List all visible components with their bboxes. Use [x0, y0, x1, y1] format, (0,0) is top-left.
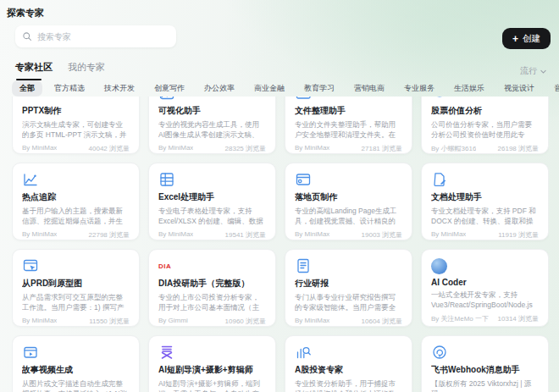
video-icon: [22, 344, 130, 361]
folder-icon: [295, 97, 402, 102]
sort-label: 流行: [520, 65, 537, 77]
expert-card-title: 文件整理助手: [295, 105, 402, 117]
expert-card-footer: By MiniMax 10604 浏览量: [295, 317, 402, 326]
expert-card[interactable]: 股票价值分析 公司价值分析专家，当用户需要分析公司投资价值时使用此专家，请直接.…: [421, 97, 549, 154]
expert-card-author: By MiniMax: [431, 230, 466, 240]
category-chip[interactable]: 营销电商: [346, 80, 392, 97]
expert-card-title: 故事视频生成: [22, 364, 130, 376]
sort-dropdown[interactable]: 流行: [520, 65, 547, 77]
expert-card-description: 专业文档处理专家，支持 PDF 和 DOCX 的创建、转换、提取和操作...: [431, 206, 539, 226]
expert-card-author: By 小螺帽3616: [431, 144, 476, 153]
expert-card-views: 27181 浏览量: [362, 144, 402, 153]
expert-card-footer: By MiniMax 28325 浏览量: [158, 144, 266, 153]
category-chip[interactable]: 全部: [12, 80, 42, 97]
expert-card-views: 28325 浏览量: [225, 144, 266, 153]
expert-card-author: By MiniMax: [295, 317, 329, 326]
expert-card-description: AI短剧导演+摄影+剪辑师，端到端，无需人工参与，全自动生产力，输...: [158, 378, 266, 392]
expert-card-views: 10960 浏览量: [225, 317, 266, 326]
expert-card-author: By 关注MeMo 一下: [431, 314, 489, 323]
category-chip[interactable]: 音视频: [546, 80, 559, 97]
expert-card-views: 11919 浏览量: [498, 230, 539, 240]
capsule-icon: [431, 97, 539, 102]
expert-card[interactable]: 行业研报 专门从事专业行业研究报告撰写的专家级智能体。当用户需要全面的市场...…: [285, 249, 412, 327]
tab-my-experts[interactable]: 我的专家: [68, 61, 105, 80]
doc-edit-icon: [431, 171, 539, 188]
expert-card-author: By MiniMax: [22, 144, 57, 153]
expert-card[interactable]: AI短剧导演+摄影+剪辑师 AI短剧导演+摄影+剪辑师，端到端，无需人工参与，全…: [148, 335, 276, 392]
expert-card-footer: By MiniMax 11919 浏览量: [431, 230, 539, 240]
expert-card-description: 【版权所有 2025 Viktorxhzj | 源码：https://githu…: [431, 378, 539, 392]
expert-card-views: 10314 浏览量: [498, 314, 539, 323]
dia-icon: DIA: [158, 257, 266, 274]
search-input[interactable]: [37, 32, 169, 41]
expert-card-footer: By Gimmi 10960 浏览量: [158, 317, 266, 326]
expert-card-title: Excel处理助手: [158, 191, 266, 203]
trend-icon: [22, 171, 130, 188]
expert-card-title: AI短剧导演+摄影+剪辑师: [158, 364, 266, 376]
expert-card[interactable]: 故事视频生成 从图片或文字描述自动生成完整视频故事，支持灵活输入（1-N张图片/…: [12, 335, 140, 392]
expert-grid: PPT PPTX制作 演示文稿生成专家，可创建专业的多页 HTML-PPT 演示…: [12, 97, 549, 392]
expert-card[interactable]: 可视化助手 专业的视觉内容生成工具，使用AI图像生成从零创建演示文稿、信息图、.…: [148, 97, 276, 154]
category-chip[interactable]: 创意写作: [147, 80, 192, 97]
plus-icon: +: [512, 34, 518, 44]
expert-card[interactable]: 从PRD到原型图 从产品需求到可交互原型的完整工作流。当用户需要：1) 撰写产品…: [12, 249, 140, 327]
chevron-down-icon: [540, 68, 547, 75]
expert-card-description: 演示文稿生成专家，可创建专业的多页 HTML-PPT 演示文稿，并支持导...: [22, 119, 130, 140]
expert-card-title: DIA投研助手（完整版）: [158, 278, 266, 290]
expert-card[interactable]: A股投资专家 专业投资分析助手，用于捕捉市场短线投资机会和分析上证指数筹码变..…: [285, 335, 412, 392]
category-bar: 全部官方精选技术开发创意写作办公效率商业金融教育学习营销电商专业服务生活娱乐视觉…: [12, 80, 554, 97]
expert-card-footer: By MiniMax 19003 浏览量: [295, 230, 402, 240]
search-icon: [22, 31, 32, 41]
category-chip[interactable]: 视觉设计: [496, 80, 542, 97]
expert-card[interactable]: 文件整理助手 专业的文件夹整理助手，帮助用户安全地整理和清理文件夹。在清理前自.…: [285, 97, 412, 154]
chart-search-icon: [295, 344, 402, 361]
expert-card-footer: By MiniMax 22798 浏览量: [22, 230, 130, 240]
expert-card-description: 专业投资分析助手，用于捕捉市场短线投资机会和分析上证指数筹码变...: [295, 378, 402, 392]
expert-card[interactable]: 文档处理助手 专业文档处理专家，支持 PDF 和 DOCX 的创建、转换、提取和…: [421, 163, 549, 240]
expert-cards-viewport: PPT PPTX制作 演示文稿生成专家，可创建专业的多页 HTML-PPT 演示…: [12, 97, 549, 392]
expert-card-description: 专业电子表格处理专家，支持 Excel/XLSX 的创建、编辑、数据分...: [158, 206, 266, 226]
expert-card-author: By MiniMax: [158, 144, 193, 153]
search-bar[interactable]: [15, 25, 176, 47]
category-chip[interactable]: 官方精选: [47, 80, 92, 97]
expert-card-title: 股票价值分析: [431, 105, 539, 117]
expert-card-author: By MiniMax: [158, 230, 193, 240]
expert-card-author: By Gimmi: [158, 317, 188, 326]
expert-card[interactable]: DIA DIA投研助手（完整版） 专业的上市公司投资分析专家，用于对上市公司基本…: [148, 249, 276, 327]
expert-card-title: 可视化助手: [158, 105, 266, 117]
expert-card-views: 10604 浏览量: [362, 317, 402, 326]
expert-card-author: By MiniMax: [22, 317, 57, 326]
page-title: 探索专家: [7, 7, 44, 19]
expert-card-description: 专业的高端Landing Page生成工具，创建视觉震撼、设计精良的网页。: [295, 206, 402, 226]
expert-card-views: 26198 浏览量: [498, 144, 539, 153]
browser-icon: [295, 171, 402, 188]
expert-card-description: 从图片或文字描述自动生成完整视频故事，支持灵活输入（1-N张图片/持...: [22, 378, 130, 392]
expert-card-description: 专门从事专业行业研究报告撰写的专家级智能体。当用户需要全面的市场...: [295, 292, 402, 312]
expert-card[interactable]: 落地页制作 专业的高端Landing Page生成工具，创建视觉震撼、设计精良的…: [285, 163, 412, 240]
expert-card-footer: By 小螺帽3616 26198 浏览量: [431, 144, 539, 153]
expert-card-description: 专业的文件夹整理助手，帮助用户安全地整理和清理文件夹。在清理前自...: [295, 119, 402, 140]
category-chip[interactable]: 商业金融: [246, 80, 292, 97]
category-chip[interactable]: 办公效率: [196, 80, 242, 97]
category-chip[interactable]: 生活娱乐: [446, 80, 492, 97]
category-chip[interactable]: 专业服务: [396, 80, 442, 97]
tab-expert-community[interactable]: 专家社区: [15, 61, 53, 80]
category-chip[interactable]: 教育学习: [296, 80, 342, 97]
expert-card[interactable]: 飞书Webhook消息助手 【版权所有 2025 Viktorxhzj | 源码…: [421, 335, 549, 392]
expert-card-views: 40042 浏览量: [89, 144, 130, 153]
expert-card-description: 公司价值分析专家，当用户需要分析公司投资价值时使用此专家，请直接...: [431, 119, 539, 140]
expert-card[interactable]: Excel处理助手 专业电子表格处理专家，支持 Excel/XLSX 的创建、编…: [148, 163, 276, 240]
expert-card[interactable]: 热点追踪 基于用户输入的主题，搜索最新信源、挖掘近期爆点话题，并生成高质... …: [12, 163, 140, 240]
expert-card[interactable]: PPT PPTX制作 演示文稿生成专家，可创建专业的多页 HTML-PPT 演示…: [12, 97, 140, 154]
expert-card-footer: By MiniMax 19541 浏览量: [158, 230, 266, 240]
expert-card-title: 行业研报: [295, 278, 402, 290]
expert-card[interactable]: AI Coder 一站式全栈开发专家，支持 Vue3/React/SpringB…: [421, 249, 549, 327]
expert-card-description: 基于用户输入的主题，搜索最新信源、挖掘近期爆点话题，并生成高质...: [22, 206, 130, 226]
expert-card-description: 从产品需求到可交互原型的完整工作流。当用户需要：1) 撰写产品需求...: [22, 292, 130, 312]
expert-card-title: 从PRD到原型图: [22, 278, 130, 290]
create-button[interactable]: + 创建: [502, 28, 551, 49]
expert-card-author: By MiniMax: [295, 230, 329, 240]
expert-card-title: 热点追踪: [22, 191, 130, 203]
expert-card-title: 飞书Webhook消息助手: [431, 364, 539, 376]
category-chip[interactable]: 技术开发: [97, 80, 142, 97]
